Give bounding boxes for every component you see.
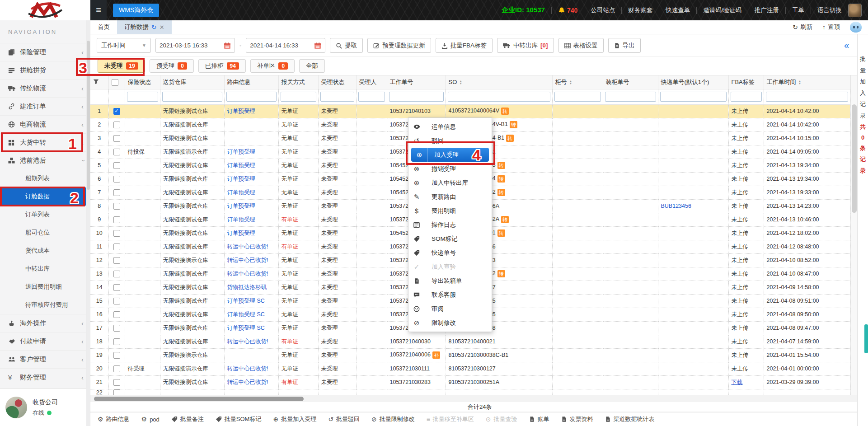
row-checkbox[interactable] xyxy=(113,311,120,318)
route-link[interactable]: 订单预受理 xyxy=(227,230,256,236)
collapse-panel-icon[interactable]: « xyxy=(844,40,851,51)
filter-tab-已排柜[interactable]: 已排柜94 xyxy=(198,59,246,73)
topbar-menu-1[interactable]: 公司站点 xyxy=(591,6,615,14)
pin-top-button[interactable]: ↑置顶 xyxy=(822,23,840,31)
user-card-avatar[interactable] xyxy=(5,397,27,418)
context-menu-item-加入中转出库[interactable]: ⊕加入中转出库 xyxy=(408,176,492,190)
row-checkbox[interactable] xyxy=(113,189,120,196)
bottom-action-批量加入受理[interactable]: ⊕批量加入受理 xyxy=(273,415,316,423)
row-checkbox[interactable] xyxy=(113,135,120,142)
filter-tab-预受理[interactable]: 预受理0 xyxy=(150,59,194,73)
context-menu-item-撤销受理[interactable]: ⊗撤销受理 xyxy=(408,162,492,176)
sidebar-subitem-退回费用明细[interactable]: 退回费用明细 xyxy=(0,278,90,296)
app-title-button[interactable]: WMS海外仓 xyxy=(113,4,159,17)
row-checkbox[interactable] xyxy=(113,176,120,183)
sort-icon[interactable]: ▲▼ xyxy=(798,80,802,84)
table-row-19[interactable]: 19无限链接演示仓库无单证未受理1053721040006补8105372103… xyxy=(90,348,850,362)
transfer-out-button[interactable]: 中转出库[0] xyxy=(497,38,554,53)
route-link[interactable]: 订单预受理 SC xyxy=(227,311,265,318)
topbar-menu-2[interactable]: 财务账套 xyxy=(628,6,652,14)
sidebar-item-客户管理[interactable]: 客户管理‹ xyxy=(0,350,90,368)
extract-button[interactable]: 提取 xyxy=(330,38,363,53)
time-field-select[interactable]: 工作时间▼ xyxy=(97,38,151,53)
vertical-scrollbar-thumb[interactable] xyxy=(852,104,857,213)
route-link[interactable]: 订单预受理 xyxy=(227,162,256,169)
column-header-柜号[interactable]: 柜号▲▼ xyxy=(552,75,603,89)
context-menu-item-更新路由[interactable]: ✎更新路由 xyxy=(408,190,492,204)
sidebar-item-港前港后[interactable]: 港前港后‹ xyxy=(0,151,90,169)
row-checkbox[interactable] xyxy=(113,162,120,169)
sidebar-item-付款申请[interactable]: 付款申请‹ xyxy=(0,332,90,350)
column-filter-input-工作单号[interactable] xyxy=(389,92,444,102)
route-link[interactable]: 订单预受理 SC xyxy=(227,298,265,304)
sidebar-scrollbar[interactable] xyxy=(86,20,90,426)
route-link[interactable]: 转运中心已收货! xyxy=(227,365,268,372)
route-link[interactable]: 转运中心已收货! xyxy=(227,338,268,345)
tab-close-icon[interactable]: ✕ xyxy=(160,24,164,31)
route-link[interactable]: 转运中心已收货! xyxy=(227,257,268,263)
topbar-menu-5[interactable]: 推广注册 xyxy=(755,6,779,14)
sidebar-subitem-订舱数据[interactable]: 订舱数据 xyxy=(0,187,90,206)
batch-fba-label-button[interactable]: 批量FBA标签 xyxy=(436,38,493,53)
row-checkbox[interactable] xyxy=(113,149,120,155)
column-filter-input-受理状态[interactable] xyxy=(320,92,354,102)
sidebar-item-建准订单[interactable]: 建准订单‹ xyxy=(0,97,90,115)
route-link[interactable]: 订单预受理 xyxy=(227,149,256,155)
column-filter-input-受理人[interactable] xyxy=(358,92,385,102)
table-row-18[interactable]: 18无限链接测试仓库转运中心已收货!有单证未受理1053721040030810… xyxy=(90,335,850,348)
row-checkbox[interactable] xyxy=(113,298,120,304)
route-link[interactable]: 转运中心已收货! xyxy=(227,379,268,385)
tracking-link[interactable]: BUB123456 xyxy=(661,203,691,209)
notifications[interactable]: 740 xyxy=(558,7,577,14)
row-checkbox[interactable] xyxy=(113,108,120,115)
sidebar-subitem-订单列表[interactable]: 订单列表 xyxy=(0,206,90,224)
context-menu-item-审阅[interactable]: 审阅 xyxy=(408,302,492,316)
context-menu-item-操作日志[interactable]: 操作日志 xyxy=(408,218,492,232)
row-checkbox[interactable] xyxy=(113,122,120,128)
calendar-icon[interactable] xyxy=(314,42,321,49)
topbar-menu-6[interactable]: 工单 xyxy=(792,6,804,14)
sidebar-subitem-待审核应付费用[interactable]: 待审核应付费用 xyxy=(0,296,90,314)
route-link[interactable]: 订单预受理 xyxy=(227,203,256,209)
bottom-action-路由信息[interactable]: ⚙路由信息 xyxy=(98,415,130,423)
sidebar-item-传统物流[interactable]: 传统物流‹ xyxy=(0,79,90,97)
export-button[interactable]: 导出 xyxy=(608,38,641,53)
route-link[interactable]: 订单预受理 xyxy=(227,176,256,182)
row-checkbox[interactable] xyxy=(113,284,120,291)
tab-booking-data[interactable]: 订舱数据 ↻ ✕ xyxy=(117,20,172,34)
column-header-SO[interactable]: SO▲▼ xyxy=(446,75,552,89)
route-link[interactable]: 转运中心已收货! xyxy=(227,243,268,250)
route-link[interactable]: 转运中心已收货! xyxy=(227,271,268,277)
table-row-22[interactable]: 22 xyxy=(90,389,850,395)
filter-tab-未受理[interactable]: 未受理19 xyxy=(98,59,145,73)
user-avatar[interactable] xyxy=(848,4,862,17)
table-row-20[interactable]: 20待受理无限链接演示仓库转运中心已收货!无单证未受理1053721030111… xyxy=(90,362,850,375)
row-checkbox[interactable] xyxy=(113,379,120,386)
column-filter-input-保险状态[interactable] xyxy=(127,92,158,102)
route-link[interactable]: 订单预受理 xyxy=(227,189,256,196)
sidebar-item-电商物流[interactable]: 电商物流‹ xyxy=(0,115,90,133)
row-checkbox[interactable] xyxy=(113,203,120,210)
column-filter-input-路由信息[interactable] xyxy=(226,92,277,102)
topbar-menu-3[interactable]: 快速查单 xyxy=(666,6,690,14)
tab-refresh-icon[interactable]: ↻ xyxy=(151,23,157,31)
row-checkbox[interactable] xyxy=(113,230,120,237)
context-menu-item-加入受理[interactable]: ⊕加入受理 xyxy=(411,148,489,162)
filter-tab-补单区[interactable]: 补单区0 xyxy=(250,59,295,73)
row-checkbox[interactable] xyxy=(113,325,120,332)
table-vertical-scrollbar[interactable] xyxy=(850,75,857,395)
filter-tab-全部[interactable]: 全部 xyxy=(299,59,325,73)
column-filter-input-送货仓库[interactable] xyxy=(162,92,222,102)
context-menu-item-快递单号[interactable]: 快递单号 xyxy=(408,246,492,260)
assistant-robot-icon[interactable] xyxy=(850,22,862,33)
table-settings-button[interactable]: 表格设置 xyxy=(558,38,604,53)
row-checkbox[interactable] xyxy=(113,365,120,372)
fba-download-link[interactable]: 下载 xyxy=(732,379,743,385)
bottom-action-渠道数据统计表[interactable]: 渠道数据统计表 xyxy=(605,415,655,423)
select-all-checkbox[interactable] xyxy=(112,79,118,86)
sidebar-item-财务管理[interactable]: ¥财务管理‹ xyxy=(0,368,90,386)
sidebar-subitem-中转出库[interactable]: 中转出库 xyxy=(0,260,90,278)
row-checkbox[interactable] xyxy=(113,271,120,277)
context-menu-item-费用明细[interactable]: $费用明细 xyxy=(408,204,492,218)
table-row-1[interactable]: 1无限链接测试仓库订单预受理无单证未受理10537210401034105372… xyxy=(90,104,850,118)
